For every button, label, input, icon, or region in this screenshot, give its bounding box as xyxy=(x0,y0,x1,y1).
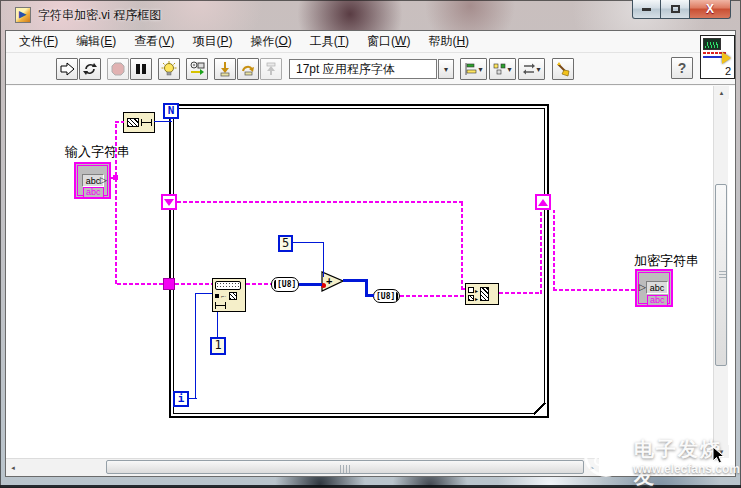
u8-type-label: [U8] xyxy=(277,280,296,289)
left-shift-register[interactable] xyxy=(161,194,177,210)
font-selector-dropdown[interactable]: ▾ xyxy=(438,59,454,79)
wire-shift-register-outer[interactable] xyxy=(553,210,555,291)
for-loop[interactable] xyxy=(169,104,549,418)
vi-icon-badge: 2 xyxy=(725,65,731,77)
step-over-icon xyxy=(240,61,256,77)
menu-project[interactable]: 项目(P) xyxy=(183,31,241,52)
wire-shift-register-down[interactable] xyxy=(461,201,463,290)
wire-const5-out[interactable] xyxy=(293,242,324,243)
wire-into-concat-top[interactable] xyxy=(461,288,467,290)
scroll-right-button[interactable]: ▸ xyxy=(585,459,599,476)
string-subset-node[interactable]: ⌐· xyxy=(212,278,246,312)
vertical-scrollbar[interactable]: ▴ ▾ xyxy=(713,86,728,458)
minimize-button[interactable] xyxy=(632,0,661,19)
retain-wire-values-icon xyxy=(189,61,206,78)
run-button[interactable] xyxy=(56,58,78,80)
abort-button[interactable] xyxy=(107,58,129,80)
output-string-indicator[interactable]: ▷ abc abc xyxy=(635,269,673,307)
wire-u8str-to-concat[interactable] xyxy=(400,295,465,297)
right-shift-register[interactable] xyxy=(535,194,551,210)
wire-shift-register-out[interactable] xyxy=(177,201,463,203)
step-out-icon xyxy=(263,61,279,77)
concatenate-strings-node[interactable]: ▸ ▸ xyxy=(465,283,499,305)
wire-tunnel-to-subset[interactable] xyxy=(175,283,212,285)
waveform-graph-icon xyxy=(703,38,721,50)
menu-window[interactable]: 窗口(W) xyxy=(358,31,419,52)
string-type-tag: abc xyxy=(83,187,104,197)
result-string-glyph-icon xyxy=(480,287,489,301)
menu-operate[interactable]: 操作(O) xyxy=(241,31,300,52)
vertical-scrollbar-thumb[interactable] xyxy=(715,184,727,366)
step-into-button[interactable] xyxy=(214,58,236,80)
add-node[interactable]: + xyxy=(321,271,344,292)
menu-edit[interactable]: 编辑(E) xyxy=(67,31,125,52)
menubar: 文件(F) 编辑(E) 查看(V) 项目(P) 操作(O) 工具(T) 窗口(W… xyxy=(6,31,735,53)
reorder-icon xyxy=(522,62,536,76)
wire-bytearray-to-add[interactable] xyxy=(299,283,322,286)
arrow-icon: ▸ xyxy=(475,295,478,302)
string-to-byte-array-node[interactable]: [U8] xyxy=(271,277,299,292)
retain-wire-values-button[interactable] xyxy=(186,58,208,80)
highlight-execution-button[interactable] xyxy=(158,58,180,80)
wire-i-to-subset[interactable] xyxy=(195,293,212,294)
indicator-input-arrow-icon: ▷ xyxy=(639,283,646,292)
block-diagram-canvas[interactable]: N i 输入字符串 abc ▷ abc xyxy=(6,86,713,458)
maximize-button[interactable] xyxy=(661,0,689,19)
wire-i-up[interactable] xyxy=(195,293,196,399)
step-over-button[interactable] xyxy=(237,58,259,80)
loop-input-tunnel[interactable] xyxy=(163,278,175,290)
string-glyph-icon xyxy=(215,281,241,290)
menu-help[interactable]: 帮助(H) xyxy=(419,31,478,52)
reorder-button[interactable]: ▾ xyxy=(518,58,545,80)
wire-const1-to-subset[interactable] xyxy=(217,312,218,337)
loop-count-terminal[interactable]: N xyxy=(163,103,179,119)
numeric-constant-1[interactable]: 1 xyxy=(210,337,226,355)
step-into-icon xyxy=(217,61,233,77)
wire-string-to-length[interactable] xyxy=(115,121,124,123)
wire-string-to-tunnel[interactable] xyxy=(117,283,163,285)
close-button[interactable]: X xyxy=(689,0,731,19)
u8-type-label: [U8] xyxy=(376,292,395,301)
titlebar[interactable]: ▶ 字符串加密.vi 程序框图 X xyxy=(0,0,741,30)
vi-icon-pane[interactable]: 2 xyxy=(700,35,735,79)
string-type-tag: abc xyxy=(647,295,668,305)
pause-button[interactable] xyxy=(130,58,152,80)
loop-iteration-terminal[interactable]: i xyxy=(173,391,189,407)
distribute-objects-button[interactable]: ▾ xyxy=(489,58,516,80)
wire-add-to-u8str[interactable] xyxy=(365,294,374,297)
run-icon xyxy=(59,61,75,77)
input-string-control[interactable]: abc ▷ abc xyxy=(74,162,111,199)
menu-file[interactable]: 文件(F) xyxy=(10,31,67,52)
menu-tools[interactable]: 工具(T) xyxy=(301,31,358,52)
numeric-constant-5[interactable]: 5 xyxy=(278,235,293,252)
wire-subset-to-u8[interactable] xyxy=(246,283,271,285)
scroll-up-button[interactable]: ▴ xyxy=(714,86,729,99)
horizontal-scrollbar-thumb[interactable] xyxy=(106,460,584,474)
mouse-cursor xyxy=(712,446,725,465)
string-length-node[interactable] xyxy=(123,112,155,133)
string-glyph-icon xyxy=(396,292,398,301)
help-button[interactable]: ? xyxy=(671,57,693,79)
cleanup-diagram-button[interactable] xyxy=(552,58,574,80)
input-string-label: 输入字符串 xyxy=(65,143,130,161)
scroll-left-button[interactable]: ◂ xyxy=(6,459,20,476)
byte-array-to-string-node[interactable]: [U8] xyxy=(373,289,400,303)
string-b-glyph-icon xyxy=(468,295,474,301)
wire-string-branch-vertical[interactable] xyxy=(115,122,117,284)
font-selector-value: 17pt 应用程序字体 xyxy=(296,61,395,78)
length-glyph-icon xyxy=(141,119,152,126)
run-continuous-button[interactable] xyxy=(79,58,101,80)
abort-icon xyxy=(110,61,126,77)
string-glyph-icon xyxy=(127,118,139,127)
wire-const5-down[interactable] xyxy=(323,242,324,277)
wire-concat-out[interactable] xyxy=(499,292,542,294)
horizontal-scrollbar[interactable]: ◂ ▸ xyxy=(6,458,599,476)
step-out-button[interactable] xyxy=(260,58,282,80)
distribute-objects-icon xyxy=(493,62,507,76)
align-objects-button[interactable]: ▾ xyxy=(460,58,487,80)
wire-length-to-N-stub[interactable] xyxy=(170,118,171,122)
wire-to-indicator[interactable] xyxy=(553,289,635,291)
menu-view[interactable]: 查看(V) xyxy=(125,31,183,52)
wire-concat-to-shift-register[interactable] xyxy=(540,210,542,294)
font-selector[interactable]: 17pt 应用程序字体 xyxy=(289,59,437,79)
